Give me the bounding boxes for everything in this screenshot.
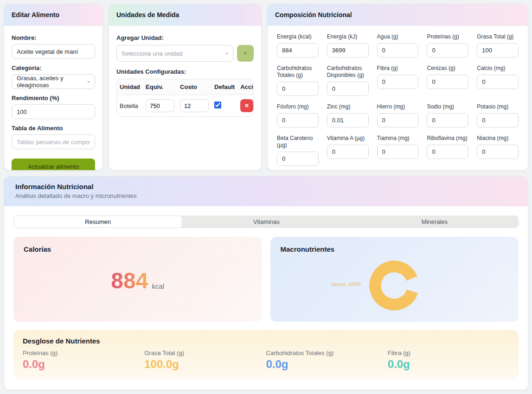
breakdown-label: Fibra (g) [388,350,509,356]
top-row: Editar Alimento Nombre: Categoria: Grasa… [4,4,528,171]
field-label: Hierro (mg) [377,103,419,110]
delete-unit-button[interactable]: ✕ [240,99,253,112]
field-label: Proteínas (g) [427,33,468,40]
tab-vitaminas[interactable]: Vitaminas [182,216,350,228]
food-table-label: Tabla de Alimento [12,125,95,132]
composition-grid: Energía (kcal) Energía (kJ) Agua (g) Pro… [268,26,528,171]
donut-chart: Grasa: 100% [364,255,424,316]
cenizas-input[interactable] [427,75,468,89]
breakdown-item-carbohidratos: Carbohidratos Totales (g) 0.0g [266,350,388,371]
fibra-input[interactable] [377,75,419,89]
field-label: Beta Caroteno (µg) [277,135,319,149]
nutrition-info-subtitle: Análisis detallado de macro y micronutri… [15,192,517,199]
riboflavina-input[interactable] [427,145,468,159]
field-label: Calcio (mg) [477,65,519,72]
field-cenizas: Cenizas (g) [427,65,468,89]
units-title: Unidades de Medida [116,11,254,19]
calories-value-wrap: 884 kcal [24,253,252,309]
units-body: Agregar Unidad: Selecciona una unidad ⌄ … [109,26,261,170]
field-label: Potasio (mg) [477,103,519,110]
breakdown-value: 0.0g [266,358,388,371]
zinc-input[interactable] [327,113,369,127]
add-unit-row: Selecciona una unidad ⌄ + [116,45,254,62]
default-checkbox[interactable] [214,102,221,108]
charts-row: Calorías 884 kcal Macronutrientes Grasa:… [13,237,519,322]
sodio-input[interactable] [427,113,468,127]
field-vitamina-a: Vitamina A (µg) [327,135,369,159]
category-select[interactable]: Grasas, aceites y oleaginosas ⌄ [12,74,95,89]
calcio-input[interactable] [477,75,519,89]
field-tiamina: Tiamina (mg) [377,135,419,159]
pie-chart-icon [364,255,424,316]
tab-minerales[interactable]: Minerales [351,216,519,228]
grasa-total-input[interactable] [477,43,519,57]
category-label: Categoria: [12,64,95,71]
tab-resumen[interactable]: Resumen [13,216,182,228]
vitamina-a-input[interactable] [327,145,369,159]
breakdown-value: 100.0g [144,358,266,371]
name-label: Nombre: [12,34,95,41]
fosforo-input[interactable] [277,113,319,127]
units-table: Unidad Equiv. Costo Default Acción Botel… [116,79,254,117]
macronutrients-card: Macronutrientes Grasa: 100% [270,237,519,322]
proteinas-input[interactable] [427,43,468,57]
field-label: Carbohidratos Totales (g) [277,65,319,79]
edit-food-title: Editar Alimento [12,11,95,19]
breakdown-item-proteinas: Proteínas (g) 0.0g [23,350,144,371]
col-costo: Costo [177,79,212,95]
field-label: Riboflavina (mg) [427,135,468,142]
field-fibra: Fibra (g) [377,65,419,89]
tiamina-input[interactable] [377,145,419,159]
beta-caroteno-input[interactable] [277,152,319,166]
nutrition-info-card: Información Nutricional Análisis detalla… [4,176,528,390]
field-proteinas: Proteínas (g) [427,33,468,57]
breakdown-grid: Proteínas (g) 0.0g Grasa Total (g) 100.0… [23,350,509,371]
nutrition-info-header: Información Nutricional Análisis detalla… [4,177,528,206]
field-label: Cenizas (g) [427,65,468,72]
breakdown-value: 0.0g [23,358,144,371]
yield-input[interactable] [12,104,95,119]
agua-input[interactable] [377,43,419,57]
nutrition-info-body: Resumen Vitaminas Minerales Calorías 884… [4,206,528,390]
tab-bar: Resumen Vitaminas Minerales [13,216,519,228]
breakdown-value: 0.0g [388,358,509,371]
energia-kcal-input[interactable] [277,43,319,57]
field-label: Energía (kJ) [327,33,369,40]
field-carb-totales: Carbohidratos Totales (g) [277,65,319,96]
calories-card: Calorías 884 kcal [13,237,262,322]
add-unit-button[interactable]: + [237,45,254,62]
unit-select[interactable]: Selecciona una unidad ⌄ [116,45,233,62]
units-card: Unidades de Medida Agregar Unidad: Selec… [109,4,262,171]
calories-title: Calorías [24,245,252,253]
food-table-input[interactable] [12,134,95,149]
update-food-button[interactable]: Actualizar alimento [12,159,95,171]
costo-input[interactable] [180,99,209,112]
niacina-input[interactable] [477,145,519,159]
configured-units-label: Unidades Configuradas: [116,68,254,75]
energia-kj-input[interactable] [327,43,369,57]
breakdown-label: Grasa Total (g) [144,350,266,356]
field-label: Energía (kcal) [277,33,319,40]
field-label: Zinc (mg) [327,103,369,110]
composition-title: Composición Nutricional [275,11,520,19]
hierro-input[interactable] [377,113,419,127]
carb-totales-input[interactable] [277,82,319,96]
name-input[interactable] [12,44,95,59]
field-niacina: Niacina (mg) [477,135,519,159]
potasio-input[interactable] [477,113,519,127]
col-accion: Acción [237,79,254,95]
add-unit-label: Agregar Unidad: [116,34,254,41]
equiv-input[interactable] [146,99,174,112]
breakdown-title: Desglose de Nutrientes [23,337,509,345]
field-energia-kcal: Energía (kcal) [277,33,319,57]
table-row: Botella ✕ [117,95,254,117]
chevron-down-icon: ⌄ [86,78,91,83]
breakdown-item-fibra: Fibra (g) 0.0g [388,350,509,371]
edit-food-header: Editar Alimento [4,4,103,26]
chevron-down-icon: ⌄ [224,50,229,55]
field-label: Tiamina (mg) [377,135,419,142]
breakdown-item-grasa: Grasa Total (g) 100.0g [144,350,266,371]
plus-icon: + [243,49,247,57]
carb-disponibles-input[interactable] [327,82,369,96]
category-select-value: Grasas, aceites y oleaginosas [17,75,86,89]
